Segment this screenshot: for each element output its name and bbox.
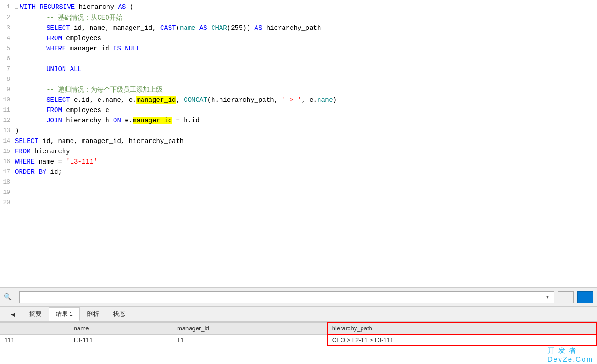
line-content: SELECT e.id, e.name, e.manager_id, CONCA… <box>15 95 595 105</box>
line-content <box>15 54 595 64</box>
tab-analyze[interactable]: 剖析 <box>80 307 106 321</box>
tab-result1[interactable]: 结果 1 <box>49 307 80 321</box>
code-line: 12 JOIN hierarchy h ON e.manager_id = h.… <box>0 115 597 126</box>
table-column-header: hierarchy_path <box>328 322 597 334</box>
tab-summary[interactable]: 摘要 <box>22 307 49 321</box>
highlighted-identifier: manager_id <box>133 117 172 124</box>
line-number: 1 <box>2 2 15 12</box>
plain-text: , e. <box>301 96 317 104</box>
results-wrapper: namemanager_idhierarchy_path 111L3-11111… <box>0 322 597 364</box>
line-number: 10 <box>2 95 15 105</box>
plain-text <box>15 117 46 124</box>
keyword: UNION ALL <box>46 65 82 73</box>
code-line: 6 <box>0 54 597 64</box>
keyword: ON <box>113 117 121 124</box>
plain-text: , <box>176 96 184 104</box>
cell-manager-id: 11 <box>173 334 327 346</box>
code-line: 7 UNION ALL <box>0 64 597 74</box>
line-number: 14 <box>2 136 15 146</box>
table-column-header <box>0 322 70 334</box>
tab-back[interactable]: ◀ <box>4 308 22 320</box>
column-name: name <box>180 24 196 32</box>
plain-text <box>15 96 46 104</box>
line-number: 16 <box>2 157 15 167</box>
line-number: 7 <box>2 64 15 74</box>
plain-text <box>15 45 46 52</box>
line-content: WHERE name = 'L3-111' <box>15 157 595 167</box>
plain-text: ( <box>176 24 179 32</box>
plain-text: (h.hierarchy_path, <box>207 96 282 104</box>
results-table: namemanager_idhierarchy_path 111L3-11111… <box>0 322 597 346</box>
line-number: 15 <box>2 146 15 157</box>
plain-text: manager_id <box>66 45 113 52</box>
code-line: 2 -- 基础情况：从CEO开始 <box>0 13 597 23</box>
line-number: 12 <box>2 115 15 126</box>
search-icon: 🔍 <box>4 293 12 301</box>
function-name: CONCAT <box>184 96 207 104</box>
keyword: FROM <box>46 107 62 114</box>
code-line: 11 FROM employees e <box>0 105 597 115</box>
search-input-wrap[interactable]: ▼ <box>19 291 554 303</box>
keyword: ORDER BY <box>15 168 46 176</box>
table-column-header: manager_id <box>173 322 327 334</box>
column-name: name <box>317 96 333 104</box>
code-line: 14SELECT id, name, manager_id, hierarchy… <box>0 136 597 146</box>
next-button[interactable] <box>558 291 574 303</box>
line-number: 19 <box>2 187 15 198</box>
plain-text: id, name, manager_id, hierarchy_path <box>38 137 184 145</box>
keyword: WHERE <box>15 158 35 165</box>
tab-status[interactable]: 状态 <box>106 307 132 321</box>
string-literal: ' > ' <box>282 96 301 104</box>
plain-text: hierarchy <box>75 3 118 11</box>
plain-text <box>15 65 46 73</box>
line-content: -- 递归情况：为每个下级员工添加上级 <box>15 85 595 95</box>
line-content <box>15 177 595 187</box>
keyword: CAST <box>160 24 176 32</box>
comment: -- 递归情况：为每个下级员工添加上级 <box>46 86 163 93</box>
highlight-all-button[interactable] <box>577 291 593 303</box>
plain-text <box>15 24 46 32</box>
code-line: 19 <box>0 187 597 198</box>
search-dropdown-button[interactable]: ▼ <box>544 294 551 300</box>
plain-text: employees e <box>62 107 109 114</box>
line-number: 6 <box>2 54 15 64</box>
line-number: 5 <box>2 43 15 54</box>
line-content: FROM hierarchy <box>15 146 595 157</box>
plain-text <box>196 24 199 32</box>
line-number: 18 <box>2 177 15 187</box>
keyword: IS NULL <box>113 45 141 52</box>
line-content: -- 基础情况：从CEO开始 <box>15 13 595 23</box>
line-content: ) <box>15 126 595 136</box>
line-content: WHERE manager_id IS NULL <box>15 43 595 54</box>
plain-text: hierarchy_path <box>262 24 321 32</box>
code-line: 13) <box>0 126 597 136</box>
keyword: WHERE <box>46 45 66 52</box>
plain-text: ) <box>15 127 19 135</box>
line-number: 8 <box>2 74 15 85</box>
line-number: 9 <box>2 85 15 95</box>
plain-text: (255)) <box>227 24 255 32</box>
fold-indicator: □ <box>15 5 18 10</box>
cell-id: 111 <box>0 334 70 346</box>
line-content: FROM employees e <box>15 105 595 115</box>
keyword: AS <box>199 24 207 32</box>
line-number: 2 <box>2 13 15 23</box>
keyword: WITH RECURSIVE <box>20 3 75 11</box>
table-column-header: name <box>70 322 173 334</box>
keyword: SELECT <box>15 137 38 145</box>
results-area: namemanager_idhierarchy_path 111L3-11111… <box>0 322 597 364</box>
string-literal: 'L3-111' <box>66 158 97 165</box>
plain-text <box>15 35 46 42</box>
plain-text: id; <box>46 168 62 176</box>
line-number: 11 <box>2 105 15 115</box>
line-number: 13 <box>2 126 15 136</box>
highlighted-identifier: manager_id <box>136 96 176 104</box>
plain-text: hierarchy <box>31 148 70 155</box>
line-content: JOIN hierarchy h ON e.manager_id = h.id <box>15 115 595 126</box>
line-number: 20 <box>2 198 15 208</box>
plain-text: name = <box>35 158 66 165</box>
keyword: SELECT <box>46 96 70 104</box>
tab-bar: ◀摘要结果 1剖析状态 <box>0 306 597 322</box>
plain-text <box>15 107 46 114</box>
code-line: 5 WHERE manager_id IS NULL <box>0 43 597 54</box>
